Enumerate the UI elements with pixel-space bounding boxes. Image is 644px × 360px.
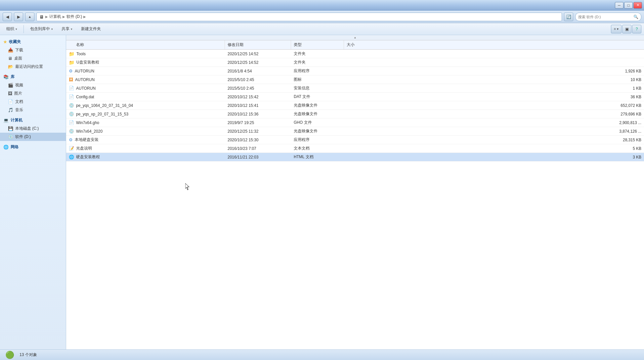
sidebar-item-doc[interactable]: 📄 文档 — [0, 98, 66, 106]
file-date-cell: 2020/10/12 15:41 — [225, 103, 291, 108]
sidebar-item-video[interactable]: 🎬 视频 — [0, 81, 66, 89]
file-name-cell: 🖼 AUTORUN — [66, 77, 225, 82]
file-type-cell: 安装信息 — [291, 85, 344, 91]
file-date-cell: 2015/5/10 2:45 — [225, 77, 291, 82]
help-button[interactable]: ? — [632, 25, 641, 33]
file-size-cell: 652,072 KB — [344, 103, 644, 108]
organize-button[interactable]: 组织 ▾ — [3, 24, 21, 34]
col-type[interactable]: 类型 — [291, 40, 344, 49]
file-name-cell: 📄 Win7x64.gho — [66, 120, 225, 125]
status-bar: 🟢 13 个对象 — [0, 349, 644, 360]
main-layout: ★ 收藏夹 📥 下载 🖥 桌面 📂 最近访问的位置 📚 库 — [0, 35, 644, 349]
refresh-button[interactable]: 🔄 — [564, 13, 573, 21]
share-button[interactable]: 共享 ▾ — [58, 24, 76, 34]
back-button[interactable]: ◀ — [3, 13, 12, 21]
music-icon: 🎵 — [8, 108, 13, 112]
file-date-cell: 2016/1/8 4:54 — [225, 69, 291, 73]
file-date-cell: 2015/5/10 2:45 — [225, 86, 291, 91]
sidebar-item-image[interactable]: 🖼 图片 — [0, 89, 66, 98]
breadcrumb-drive[interactable]: 软件 (D:) — [66, 14, 82, 20]
table-row[interactable]: 💿 pe_yqs_1064_20_07_31_16_04 2020/10/12 … — [66, 101, 644, 110]
preview-button[interactable]: ▣ — [622, 25, 631, 33]
file-type-cell: 文件夹 — [291, 51, 344, 57]
forward-button[interactable]: ▶ — [14, 13, 23, 21]
sidebar-item-local-c[interactable]: 💾 本地磁盘 (C:) — [0, 124, 66, 133]
recent-icon: 📂 — [8, 64, 13, 69]
sidebar-item-download[interactable]: 📥 下载 — [0, 46, 66, 54]
file-type-cell: HTML 文档 — [291, 154, 344, 160]
minimize-button[interactable]: ─ — [615, 2, 623, 9]
network-header[interactable]: 🌐 网络 — [0, 143, 66, 151]
file-size-cell: 28,315 KB — [344, 138, 644, 142]
title-bar-buttons: ─ □ ✕ — [615, 2, 642, 9]
col-date[interactable]: 修改日期 — [225, 40, 291, 49]
file-date-cell: 2020/12/25 11:32 — [225, 129, 291, 134]
sidebar-item-desktop[interactable]: 🖥 桌面 — [0, 54, 66, 63]
network-icon: 🌐 — [3, 145, 9, 150]
file-date-cell: 2020/10/12 15:42 — [225, 95, 291, 99]
file-size-cell: 1,926 KB — [344, 69, 644, 73]
computer-header[interactable]: 💻 计算机 — [0, 116, 66, 124]
table-row[interactable]: ⚙ AUTORUN 2016/1/8 4:54 应用程序 1,926 KB — [66, 67, 644, 75]
col-name[interactable]: 名称 — [66, 40, 225, 49]
file-name-cell: 📁 Tools — [66, 51, 225, 57]
col-size[interactable]: 大小 — [344, 40, 644, 49]
file-date-cell: 2016/10/23 7:07 — [225, 146, 291, 151]
table-row[interactable]: 📁 U盘安装教程 2020/12/25 14:52 文件夹 — [66, 58, 644, 67]
favorites-header[interactable]: ★ 收藏夹 — [0, 38, 66, 46]
computer-section: 💻 计算机 💾 本地磁盘 (C:) 💿 软件 (D:) — [0, 116, 66, 141]
search-box[interactable]: 🔍 — [575, 13, 641, 21]
search-input[interactable] — [578, 15, 632, 19]
file-list-header: 名称 修改日期 类型 大小 — [66, 40, 644, 50]
table-row[interactable]: 📄 AUTORUN 2015/5/10 2:45 安装信息 1 KB — [66, 84, 644, 93]
library-section: 📚 库 🎬 视频 🖼 图片 📄 文档 🎵 音乐 — [0, 73, 66, 114]
file-name-cell: ⚙ 本地硬盘安装 — [66, 137, 225, 143]
breadcrumb[interactable]: 🖥 ▶ 计算机 ▶ 软件 (D:) ▶ — [36, 13, 562, 21]
share-arrow: ▾ — [71, 27, 72, 31]
library-header[interactable]: 📚 库 — [0, 73, 66, 81]
file-date-cell: 2020/12/25 14:52 — [225, 60, 291, 65]
computer-icon: 💻 — [3, 118, 9, 123]
image-icon: 🖼 — [8, 91, 12, 96]
scroll-up-indicator[interactable]: ▲ — [66, 35, 644, 40]
file-size-cell: 3,874,126 ... — [344, 129, 644, 134]
table-row[interactable]: 📄 Config.dat 2020/10/12 15:42 DAT 文件 36 … — [66, 93, 644, 101]
file-size-cell: 279,696 KB — [344, 112, 644, 116]
file-size-cell: 5 KB — [344, 146, 644, 151]
sidebar-item-music[interactable]: 🎵 音乐 — [0, 106, 66, 114]
table-row[interactable]: 🖼 AUTORUN 2015/5/10 2:45 图标 10 KB — [66, 75, 644, 84]
library-icon: 📚 — [3, 74, 9, 79]
file-name-cell: 💿 pe_yqs_1064_20_07_31_16_04 — [66, 103, 225, 108]
file-date-cell: 2020/12/25 14:52 — [225, 52, 291, 56]
sidebar-item-recent[interactable]: 📂 最近访问的位置 — [0, 63, 66, 71]
toolbar-divider1 — [23, 25, 24, 33]
view-change-button[interactable]: ≡ ▾ — [611, 25, 622, 33]
maximize-button[interactable]: □ — [624, 2, 633, 9]
breadcrumb-arrow[interactable]: ▶ — [83, 15, 86, 19]
download-icon: 📥 — [8, 48, 13, 53]
table-row[interactable]: 📝 光盘说明 2016/10/23 7:07 文本文档 5 KB — [66, 144, 644, 153]
close-button[interactable]: ✕ — [633, 2, 642, 9]
include-library-button[interactable]: 包含到库中 ▾ — [26, 24, 57, 34]
network-section: 🌐 网络 — [0, 143, 66, 151]
file-name-cell: 🌐 硬盘安装教程 — [66, 154, 225, 160]
up-button[interactable]: ▲ — [25, 13, 34, 21]
file-size-cell: 2,900,813 ... — [344, 120, 644, 125]
file-type-cell: 光盘映像文件 — [291, 103, 344, 108]
file-type-cell: 文件夹 — [291, 60, 344, 65]
breadcrumb-sep2: ▶ — [63, 15, 65, 19]
file-date-cell: 2020/10/12 15:36 — [225, 112, 291, 116]
breadcrumb-computer[interactable]: 计算机 — [49, 14, 61, 20]
sidebar-item-software-d[interactable]: 💿 软件 (D:) — [0, 133, 66, 141]
address-bar: ◀ ▶ ▲ 🖥 ▶ 计算机 ▶ 软件 (D:) ▶ 🔄 🔍 — [0, 11, 644, 23]
table-row[interactable]: 💿 Win7x64_2020 2020/12/25 11:32 光盘映像文件 3… — [66, 127, 644, 136]
table-row[interactable]: ⚙ 本地硬盘安装 2020/10/12 15:30 应用程序 28,315 KB — [66, 136, 644, 144]
new-folder-button[interactable]: 新建文件夹 — [77, 24, 105, 34]
table-row[interactable]: 📄 Win7x64.gho 2019/9/7 19:25 GHO 文件 2,90… — [66, 118, 644, 127]
table-row[interactable]: 📁 Tools 2020/12/25 14:52 文件夹 — [66, 50, 644, 58]
doc-icon: 📄 — [8, 99, 13, 104]
table-row[interactable]: 🌐 硬盘安装教程 2016/11/21 22:03 HTML 文档 3 KB — [66, 153, 644, 161]
table-row[interactable]: 💿 pe_yqs_xp_20_07_31_15_53 2020/10/12 15… — [66, 110, 644, 118]
breadcrumb-sep1: ▶ — [45, 15, 48, 19]
file-size-cell: 10 KB — [344, 77, 644, 82]
